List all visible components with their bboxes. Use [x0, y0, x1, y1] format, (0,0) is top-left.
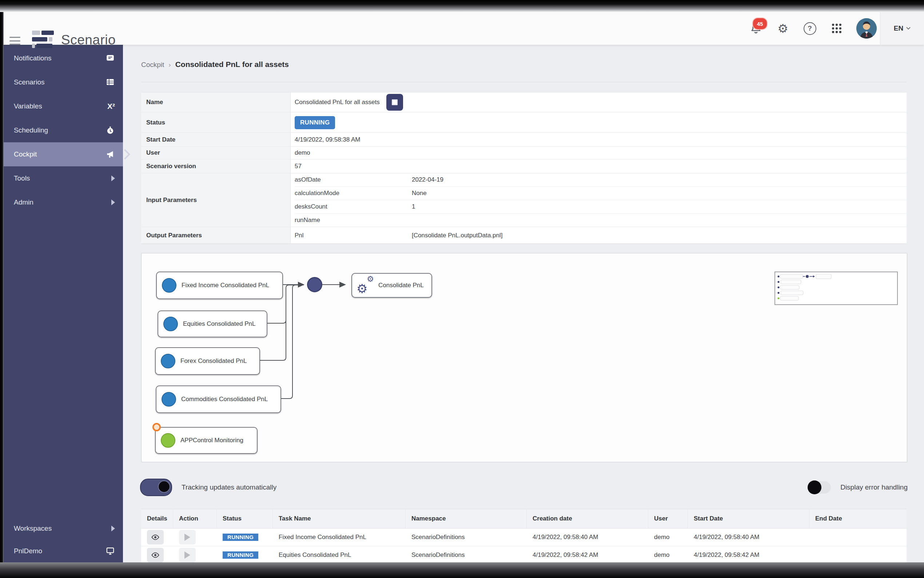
tasks-table-header: Details Action Status Task Name Namespac… [141, 509, 906, 529]
notification-count-badge: 45 [752, 18, 767, 30]
diagram-minimap[interactable] [775, 271, 898, 305]
workflow-node-forex[interactable]: Forex Consolidated PnL [155, 347, 260, 375]
language-selector[interactable]: EN [880, 12, 924, 45]
breadcrumb-parent[interactable]: Cockpit [141, 61, 164, 69]
workflow-join-node[interactable] [307, 277, 322, 292]
output-parameters-table: Pnl [Consolidate PnL.outputData.pnl] [295, 227, 906, 244]
tasks-table: Details Action Status Task Name Namespac… [141, 509, 906, 564]
sidebar-item-scenarios[interactable]: Scenarios [4, 70, 123, 94]
detail-row-input-parameters: Input Parameters asOfDate 2022-04-19 cal… [141, 173, 906, 227]
namespace-cell: ScenarioDefinitions [406, 551, 527, 559]
detail-row-output-parameters: Output Parameters Pnl [Consolidate PnL.o… [141, 227, 906, 244]
start-date-cell: 4/19/2022, 09:58:42 AM [688, 551, 809, 559]
detail-row-start-date: Start Date 4/19/2022, 09:58:38 AM [141, 133, 906, 147]
sidebar-item-pnldemo[interactable]: PnlDemo [4, 540, 123, 562]
workflow-node-commodities[interactable]: Commodities Consolidated PnL [156, 385, 281, 413]
sidebar: Notifications Scenarios Variables X² Sch… [4, 45, 123, 562]
apps-grid-icon[interactable] [829, 21, 844, 36]
start-date-cell: 4/19/2022, 09:58:40 AM [688, 534, 809, 541]
detail-row-status: Status RUNNING [141, 112, 906, 133]
param-row: asOfDate 2022-04-19 [295, 173, 906, 187]
detail-row-name: Name Consolidated PnL for all assets [141, 93, 906, 112]
monitor-icon [105, 546, 115, 556]
play-icon [184, 551, 190, 559]
workflow-node-equities[interactable]: Equities Consolidated PnL [157, 310, 267, 338]
task-state-dot [162, 278, 176, 293]
creation-date-cell: 4/19/2022, 09:58:40 AM [527, 534, 648, 541]
breadcrumb: Cockpit › Consolidated PnL for all asset… [141, 60, 289, 69]
workflow-node-consolidate[interactable]: ⚙⚙ Consolidate PnL [351, 273, 432, 298]
param-row: calculationMode None [295, 187, 906, 200]
namespace-cell: ScenarioDefinitions [406, 534, 527, 541]
task-state-dot [163, 317, 178, 331]
bottom-vignette [0, 562, 924, 578]
stopwatch-icon [105, 125, 115, 135]
settings-gear-icon[interactable]: ⚙ [775, 21, 790, 36]
action-play-button[interactable] [179, 548, 196, 562]
message-square-icon [105, 54, 115, 63]
diagram-toolbar: Tracking updates automatically Display e… [140, 477, 908, 498]
megaphone-icon [105, 149, 115, 159]
stop-icon [392, 99, 398, 105]
sidebar-item-scheduling[interactable]: Scheduling [4, 118, 123, 142]
user-avatar[interactable] [856, 18, 877, 39]
breadcrumb-separator: › [168, 61, 171, 69]
workflow-node-fixed-income[interactable]: Fixed Income Consolidated PnL [156, 271, 283, 299]
chevron-down-icon [906, 27, 911, 30]
notifications-bell-icon[interactable]: 45 [749, 21, 763, 36]
task-status-badge: RUNNING [223, 551, 258, 559]
eye-icon [151, 533, 160, 542]
start-date-value: 4/19/2022, 09:58:38 AM [291, 133, 906, 146]
display-error-handling-toggle[interactable] [807, 481, 831, 494]
language-code: EN [894, 24, 903, 32]
app-title: Scenario [61, 32, 116, 48]
warning-dot-icon [152, 423, 161, 431]
sidebar-item-cockpit[interactable]: Cockpit [4, 142, 123, 166]
chevron-right-icon [111, 200, 115, 205]
toggle-knob [158, 481, 170, 493]
detail-row-user: User demo [141, 147, 906, 159]
user-cell: demo [648, 534, 688, 541]
action-play-button[interactable] [179, 530, 196, 544]
toggle-knob [807, 481, 821, 494]
eye-icon [151, 551, 160, 559]
sidebar-item-variables[interactable]: Variables X² [4, 94, 123, 118]
sidebar-item-notifications[interactable]: Notifications [4, 46, 123, 70]
table-row: RUNNING Fixed Income Consolidated PnL Sc… [141, 529, 906, 546]
hamburger-menu-icon[interactable] [10, 37, 20, 45]
app-frame: Scenario 45 ⚙ ? [0, 0, 924, 578]
user-value: demo [291, 147, 906, 159]
sidebar-item-tools[interactable]: Tools [4, 166, 123, 190]
top-header: Scenario 45 ⚙ ? [0, 12, 924, 45]
version-value: 57 [291, 159, 906, 173]
sidebar-item-workspaces[interactable]: Workspaces [4, 517, 123, 540]
sidebar-item-admin[interactable]: Admin [4, 190, 123, 214]
top-vignette [0, 0, 924, 12]
details-eye-button[interactable] [147, 530, 164, 544]
scenario-name-value: Consolidated PnL for all assets [295, 99, 380, 106]
x-squared-icon: X² [107, 102, 115, 110]
input-parameters-table: asOfDate 2022-04-19 calculationMode None… [295, 173, 906, 227]
task-state-dot [161, 354, 175, 369]
help-icon[interactable]: ? [803, 21, 817, 36]
chevron-right-icon [111, 526, 115, 531]
app-logo [32, 31, 54, 48]
detail-row-version: Scenario version 57 [141, 159, 906, 173]
param-row: desksCount 1 [295, 200, 906, 214]
user-cell: demo [648, 551, 688, 559]
task-status-badge: RUNNING [223, 534, 258, 541]
workflow-diagram-canvas[interactable]: Fixed Income Consolidated PnL Equities C… [141, 253, 907, 462]
workflow-node-appcontrol[interactable]: APPControl Monitoring [155, 427, 257, 454]
param-row: runName [295, 214, 906, 227]
main-content: Cockpit › Consolidated PnL for all asset… [123, 45, 924, 562]
status-badge: RUNNING [295, 116, 335, 129]
stop-button[interactable] [386, 94, 403, 110]
section-divider [141, 82, 906, 82]
tracking-updates-label: Tracking updates automatically [181, 483, 277, 491]
chevron-right-icon [111, 175, 115, 181]
task-state-dot [161, 433, 175, 448]
tracking-updates-toggle[interactable] [140, 479, 172, 496]
details-eye-button[interactable] [147, 548, 164, 562]
play-icon [184, 534, 190, 541]
param-row: Pnl [Consolidate PnL.outputData.pnl] [295, 227, 906, 244]
